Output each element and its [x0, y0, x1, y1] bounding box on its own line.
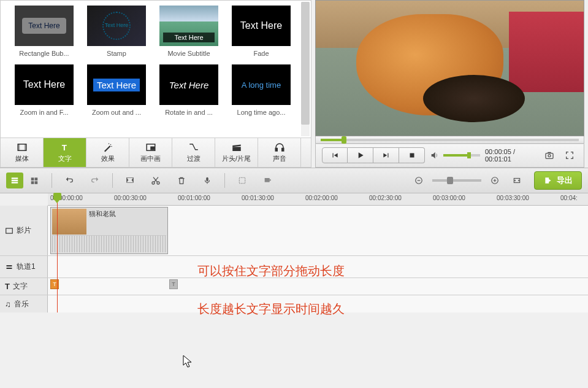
export-icon — [543, 176, 553, 185]
video-clip[interactable]: 猫和老鼠 — [50, 207, 168, 254]
stop-button[interactable] — [399, 147, 425, 163]
undo-button[interactable] — [61, 173, 78, 188]
svg-rect-32 — [7, 265, 12, 266]
effect-label: Rectangle Bub... — [8, 50, 80, 57]
zoom-out-button[interactable] — [410, 173, 427, 188]
svg-rect-16 — [12, 180, 18, 181]
pip-icon — [145, 142, 156, 153]
clip-waveform — [52, 235, 166, 252]
zoom-fit-button[interactable] — [508, 173, 525, 188]
layout-toggle-b[interactable] — [26, 173, 43, 188]
preview-panel: 00:00:05 / 00:01:01 — [311, 0, 588, 168]
play-button[interactable] — [348, 147, 373, 163]
effects-area: Text Here Rectangle Bub... Text Here Sta… — [1, 1, 311, 138]
track-music: ♫ 音乐 — [0, 295, 588, 312]
next-button[interactable] — [373, 147, 399, 163]
cut-button[interactable] — [147, 173, 164, 188]
track-icon — [5, 263, 13, 271]
film-icon — [5, 227, 13, 235]
svg-rect-25 — [206, 177, 208, 181]
track-label-2: 轨道1 — [0, 256, 48, 277]
speaker-icon — [430, 150, 440, 160]
tab-sound[interactable]: 声音 — [258, 138, 301, 167]
svg-rect-31 — [6, 228, 13, 233]
effect-long-time[interactable]: A long time Long time ago... — [225, 64, 297, 116]
seek-bar[interactable] — [321, 139, 579, 141]
delete-button[interactable] — [173, 173, 190, 188]
svg-rect-13 — [546, 153, 553, 159]
layout-toggle-a[interactable] — [6, 173, 23, 188]
tab-transition[interactable]: 过渡 — [172, 138, 215, 167]
player-controls: 00:00:05 / 00:01:01 — [315, 144, 584, 168]
volume-control[interactable] — [430, 150, 480, 160]
snapshot-button[interactable] — [542, 148, 557, 163]
effect-fade[interactable]: Text Here Fade — [225, 6, 297, 57]
svg-rect-18 — [31, 177, 34, 180]
zoom-slider[interactable] — [432, 179, 481, 182]
effects-scrollbar[interactable] — [301, 2, 310, 136]
headphones-icon — [274, 142, 285, 153]
svg-rect-21 — [35, 181, 38, 184]
svg-point-6 — [108, 143, 109, 144]
clip-title: 猫和老鼠 — [89, 209, 116, 219]
track-label-video: 影片 — [0, 206, 48, 255]
svg-point-4 — [110, 144, 111, 146]
effect-zoom-out[interactable]: Text Here Zoom out and ... — [80, 64, 153, 116]
time-ruler[interactable]: 00:00:00:00 00:00:30:00 00:01:00:00 00:0… — [48, 193, 588, 206]
effect-label: Movie Subtitle — [153, 50, 225, 57]
text-icon: T — [59, 142, 71, 153]
clapper-icon — [231, 142, 242, 153]
svg-rect-12 — [410, 153, 414, 158]
tab-text[interactable]: T 文字 — [44, 138, 86, 167]
playhead[interactable] — [57, 193, 58, 312]
tab-effects[interactable]: 效果 — [86, 138, 129, 167]
effect-label: Long time ago... — [225, 109, 297, 116]
track-video: 影片 猫和老鼠 — [0, 206, 588, 256]
redo-button[interactable] — [86, 173, 104, 188]
category-tabs: 媒体 T 文字 效果 画中画 过渡 片头/片尾 — [1, 138, 311, 167]
zoom-in-button[interactable] — [486, 173, 503, 188]
time-display: 00:00:05 / 00:01:01 — [485, 148, 537, 163]
effect-movie-subtitle[interactable]: Text Here Movie Subtitle — [153, 6, 225, 57]
voiceover-button[interactable] — [199, 173, 216, 188]
tab-intro[interactable]: 片头/片尾 — [215, 138, 258, 167]
transition-icon — [188, 142, 199, 153]
fullscreen-button[interactable] — [562, 148, 578, 163]
effect-rotate[interactable]: Text Here Rotate in and ... — [153, 64, 225, 116]
effect-label: Fade — [225, 50, 297, 57]
svg-rect-33 — [7, 268, 12, 269]
prev-button[interactable] — [322, 147, 348, 163]
cursor-icon — [183, 355, 194, 368]
marker-button[interactable] — [259, 173, 277, 188]
track-label-music: ♫ 音乐 — [0, 295, 48, 312]
track-label-text: T 文字 — [0, 278, 48, 295]
export-button[interactable]: 导出 — [534, 171, 582, 190]
video-preview[interactable] — [315, 0, 584, 136]
svg-rect-19 — [35, 177, 38, 180]
effect-label: Rotate in and ... — [153, 109, 225, 116]
svg-rect-15 — [12, 177, 18, 179]
svg-rect-17 — [12, 182, 18, 183]
svg-rect-27 — [265, 178, 270, 182]
film-icon — [17, 142, 28, 153]
edit-button[interactable] — [121, 173, 139, 188]
effect-label: Zoom in and F... — [8, 109, 80, 116]
svg-point-5 — [111, 146, 112, 147]
svg-rect-9 — [232, 147, 241, 151]
effect-label: Stamp — [80, 50, 153, 57]
tab-pip[interactable]: 画中画 — [129, 138, 172, 167]
main-toolbar: 导出 — [0, 168, 588, 193]
svg-rect-8 — [151, 147, 155, 150]
svg-rect-10 — [275, 149, 277, 152]
tab-media[interactable]: 媒体 — [1, 138, 44, 167]
text-clip-end[interactable]: T — [169, 279, 178, 289]
svg-rect-11 — [281, 149, 283, 152]
track-text: T 文字 T T — [0, 278, 588, 295]
svg-rect-26 — [239, 177, 245, 183]
effect-stamp[interactable]: Text Here Stamp — [80, 6, 153, 57]
track-2: 轨道1 — [0, 256, 588, 278]
crop-button[interactable] — [234, 173, 251, 188]
effect-rectangle-bubble[interactable]: Text Here Rectangle Bub... — [8, 6, 80, 57]
effect-zoom-in[interactable]: Text Here Zoom in and F... — [8, 64, 80, 116]
svg-rect-20 — [31, 181, 34, 184]
